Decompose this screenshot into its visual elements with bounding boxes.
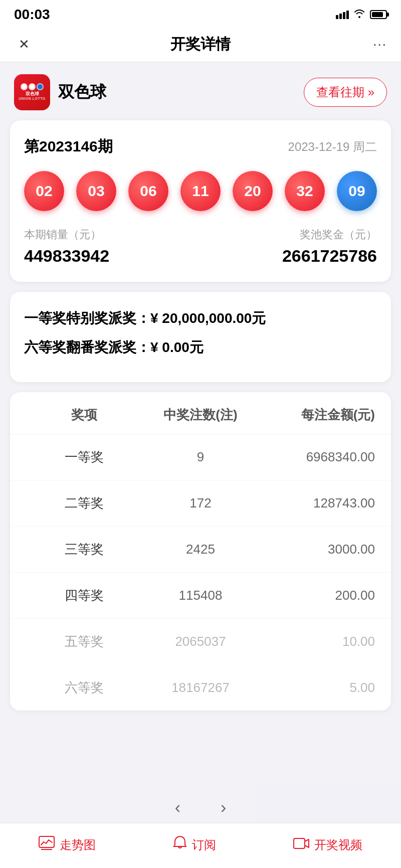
forward-arrow[interactable]: ›	[221, 797, 226, 817]
draw-card: 第2023146期 2023-12-19 周二 02 03 06 11 20 3…	[10, 120, 391, 282]
lottery-logo: 双色球 UNION LOTTO	[14, 74, 50, 110]
sixth-prize-row: 六等奖翻番奖派奖：¥ 0.00元	[24, 337, 377, 358]
ball-2: 03	[76, 171, 116, 211]
sixth-prize-value: ¥ 0.00元	[150, 339, 204, 355]
prize-count: 18167267	[142, 680, 259, 696]
wifi-icon	[354, 9, 365, 21]
prize-amount: 10.00	[259, 634, 375, 649]
ball-7-blue: 09	[337, 171, 377, 211]
sales-item: 本期销量（元） 449833942	[24, 227, 109, 266]
table-row: 三等奖 2425 3000.00	[10, 527, 391, 573]
ball-5: 20	[233, 171, 273, 211]
prize-name: 一等奖	[26, 448, 142, 466]
jackpot-item: 奖池奖金（元） 2661725786	[282, 227, 377, 266]
logo-text-cn: 双色球	[26, 91, 39, 97]
page-title: 开奖详情	[170, 34, 231, 55]
back-arrow[interactable]: ‹	[175, 797, 180, 817]
trend-chart-icon	[39, 835, 55, 854]
prize-amount: 6968340.00	[259, 449, 375, 465]
jackpot-value: 2661725786	[282, 246, 377, 266]
prize-amount: 200.00	[259, 588, 375, 603]
table-row: 五等奖 2065037 10.00	[10, 619, 391, 665]
prize-count: 2425	[142, 542, 259, 557]
status-time: 00:03	[14, 7, 50, 23]
table-row: 一等奖 9 6968340.00	[10, 434, 391, 480]
main-content: 双色球 UNION LOTTO 双色球 查看往期 » 第2023146期 202…	[0, 62, 401, 823]
first-prize-value: ¥ 20,000,000.00元	[150, 310, 266, 326]
signal-icon	[336, 10, 349, 19]
prize-amount: 5.00	[259, 680, 375, 696]
video-icon	[293, 835, 309, 854]
status-icons	[336, 9, 387, 21]
balls-row: 02 03 06 11 20 32 09	[24, 171, 377, 211]
tab-video-label: 开奖视频	[314, 837, 362, 853]
prize-amount: 128743.00	[259, 495, 375, 511]
prize-name: 二等奖	[26, 494, 142, 512]
more-button[interactable]: ···	[367, 37, 387, 52]
status-bar: 00:03	[0, 0, 401, 27]
table-row: 六等奖 18167267 5.00	[10, 665, 391, 711]
nav-arrows: ‹ ›	[0, 785, 401, 823]
draw-header: 第2023146期 2023-12-19 周二	[24, 136, 377, 157]
prize-name: 六等奖	[26, 679, 142, 697]
prize-name: 五等奖	[26, 633, 142, 650]
bottom-tab-bar: 走势图 订阅 开奖视频	[0, 823, 401, 868]
prize-info-card: 一等奖特别奖派奖：¥ 20,000,000.00元 六等奖翻番奖派奖：¥ 0.0…	[10, 292, 391, 382]
lottery-name: 双色球	[58, 81, 106, 103]
tab-subscribe-label: 订阅	[192, 837, 216, 853]
svg-rect-2	[294, 838, 305, 848]
prize-count: 9	[142, 449, 259, 465]
view-history-button[interactable]: 查看往期 »	[304, 78, 387, 107]
prize-name: 三等奖	[26, 541, 142, 558]
logo-text-en: UNION LOTTO	[19, 97, 46, 101]
jackpot-label: 奖池奖金（元）	[282, 227, 377, 242]
sales-label: 本期销量（元）	[24, 227, 109, 242]
draw-period: 第2023146期	[24, 136, 113, 157]
sales-row: 本期销量（元） 449833942 奖池奖金（元） 2661725786	[24, 227, 377, 266]
ball-4: 11	[180, 171, 221, 211]
lottery-header: 双色球 UNION LOTTO 双色球 查看往期 »	[10, 74, 391, 110]
close-button[interactable]: ✕	[14, 35, 34, 55]
tab-trend-label: 走势图	[60, 837, 96, 853]
battery-icon	[370, 10, 387, 19]
col-count: 中奖注数(注)	[142, 406, 259, 424]
ball-1: 02	[24, 171, 64, 211]
prize-count: 2065037	[142, 634, 259, 649]
draw-date: 2023-12-19 周二	[288, 139, 377, 155]
prize-count: 172	[142, 495, 259, 511]
tab-trend-chart[interactable]: 走势图	[39, 835, 96, 854]
tab-draw-video[interactable]: 开奖视频	[293, 835, 362, 854]
first-prize-row: 一等奖特别奖派奖：¥ 20,000,000.00元	[24, 308, 377, 329]
prize-table-card: 奖项 中奖注数(注) 每注金额(元) 一等奖 9 6968340.00 二等奖 …	[10, 392, 391, 711]
prize-count: 115408	[142, 588, 259, 603]
sixth-prize-label: 六等奖翻番奖派奖：	[24, 339, 150, 355]
ball-3: 06	[128, 171, 168, 211]
table-row: 二等奖 172 128743.00	[10, 480, 391, 527]
table-header: 奖项 中奖注数(注) 每注金额(元)	[10, 392, 391, 434]
ball-6: 32	[285, 171, 325, 211]
prize-name: 四等奖	[26, 587, 142, 604]
tab-subscribe[interactable]: 订阅	[173, 835, 216, 854]
lottery-brand: 双色球 UNION LOTTO 双色球	[14, 74, 106, 110]
prize-amount: 3000.00	[259, 542, 375, 557]
bell-icon	[173, 835, 187, 854]
col-amount: 每注金额(元)	[259, 406, 375, 424]
col-prize: 奖项	[26, 406, 142, 424]
table-row: 四等奖 115408 200.00	[10, 573, 391, 619]
sales-value: 449833942	[24, 246, 109, 266]
nav-bar: ✕ 开奖详情 ···	[0, 27, 401, 62]
first-prize-label: 一等奖特别奖派奖：	[24, 310, 150, 326]
